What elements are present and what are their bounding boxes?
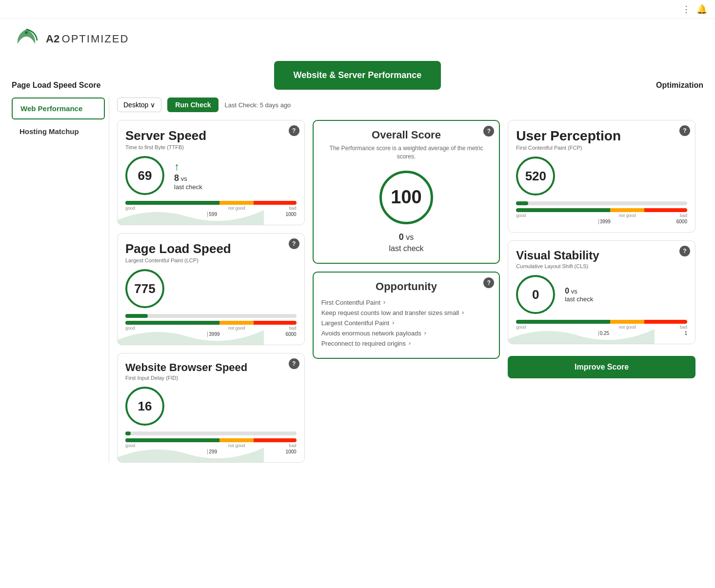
browser-speed-range: good not good bad 299 1000 bbox=[125, 438, 297, 454]
server-speed-title: Server Speed bbox=[125, 128, 297, 143]
server-speed-card: ? Server Speed Time to first Byte (TTFB)… bbox=[117, 120, 305, 225]
opp-arrow-4: › bbox=[409, 340, 411, 347]
opp-item-2[interactable]: Largest Contentful Paint › bbox=[321, 319, 492, 327]
server-speed-score: 69 bbox=[125, 156, 164, 195]
overall-vs-info: 0 vs bbox=[321, 232, 492, 242]
visual-stability-score: 0 bbox=[516, 275, 555, 314]
page-load-title: Page Load Speed bbox=[125, 241, 297, 256]
bell-icon[interactable]: 🔔 bbox=[696, 4, 707, 15]
toolbar: Desktop ∨ Run Check Last Check: 5 days a… bbox=[117, 98, 695, 112]
header-page-load-label: Page Load Speed Score bbox=[12, 81, 100, 90]
sidebar: Web Performance Hosting Matchup bbox=[12, 98, 109, 463]
opportunity-help-icon[interactable]: ? bbox=[483, 277, 494, 288]
user-perception-title: User Perception bbox=[516, 128, 687, 144]
overall-score-desc: The Performance score is a weighted aver… bbox=[321, 144, 492, 161]
header-optimization-label: Optimization bbox=[656, 81, 703, 90]
page-load-range: good not good bad 3999 6000 bbox=[125, 321, 297, 337]
browser-speed-score: 16 bbox=[125, 387, 164, 426]
visual-stability-title: Visual Stability bbox=[516, 249, 687, 262]
svg-point-0 bbox=[25, 31, 28, 34]
server-speed-bar: good not good bad 599 1000 bbox=[125, 201, 297, 217]
opportunity-items-list: First Contentful Paint › Keep request co… bbox=[321, 299, 492, 347]
right-col: ? User Perception First Contentful Paint… bbox=[508, 120, 695, 378]
logo-svg bbox=[12, 27, 41, 51]
opp-arrow-1: › bbox=[462, 309, 464, 316]
visual-stability-card: ? Visual Stability Cumulative Layout Shi… bbox=[508, 240, 695, 344]
browser-speed-help-icon[interactable]: ? bbox=[289, 358, 299, 369]
opp-arrow-3: › bbox=[424, 330, 426, 336]
visual-stability-vs-info: 0 vs last check bbox=[565, 287, 593, 303]
user-perception-subtitle: First Contentful Paint (FCP) bbox=[516, 145, 687, 151]
opp-item-3[interactable]: Avoids enormous network payloads › bbox=[321, 330, 492, 337]
user-perception-help-icon[interactable]: ? bbox=[679, 125, 690, 136]
user-perception-card: ? User Perception First Contentful Paint… bbox=[508, 120, 695, 233]
browser-speed-bar bbox=[125, 431, 297, 435]
main-header: Page Load Speed Score Website & Server P… bbox=[0, 55, 715, 90]
user-perception-range: good not good bad 3999 6000 bbox=[516, 208, 687, 224]
left-col: ? Server Speed Time to first Byte (TTFB)… bbox=[117, 120, 305, 463]
page-load-speed-card: ? Page Load Speed Largest Contentful Pai… bbox=[117, 233, 305, 345]
header-center-button[interactable]: Website & Server Performance bbox=[274, 61, 441, 90]
more-icon[interactable]: ⋮ bbox=[682, 4, 691, 15]
run-check-button[interactable]: Run Check bbox=[167, 98, 218, 112]
top-bar: ⋮ 🔔 bbox=[0, 0, 715, 19]
content-area: Web Performance Hosting Matchup Desktop … bbox=[0, 90, 715, 470]
overall-help-icon[interactable]: ? bbox=[483, 126, 494, 137]
overall-score-value: 100 bbox=[379, 171, 433, 224]
visual-stability-subtitle: Cumulative Layout Shift (CLS) bbox=[516, 263, 687, 269]
desktop-dropdown[interactable]: Desktop ∨ bbox=[117, 98, 161, 112]
page-load-bar bbox=[125, 314, 297, 318]
logo-area: A2 OPTIMIZED bbox=[0, 19, 715, 55]
opportunity-title: Opportunity bbox=[321, 280, 492, 293]
opportunity-card: ? Opportunity First Contentful Paint › K… bbox=[313, 272, 500, 359]
opp-item-4[interactable]: Preconnect to required origins › bbox=[321, 340, 492, 347]
logo-text: A2 OPTIMIZED bbox=[46, 33, 129, 45]
browser-speed-title: Website Browser Speed bbox=[125, 361, 297, 374]
visual-stability-help-icon[interactable]: ? bbox=[679, 246, 690, 256]
opp-item-0[interactable]: First Contentful Paint › bbox=[321, 299, 492, 306]
user-perception-score-row: 520 bbox=[516, 157, 687, 196]
opp-arrow-2: › bbox=[392, 319, 394, 326]
improve-score-button[interactable]: Improve Score bbox=[508, 356, 695, 378]
page-load-subtitle: Largest Contentful Paint (LCP) bbox=[125, 257, 297, 263]
user-perception-score: 520 bbox=[516, 157, 555, 196]
overall-score-card: ? Overall Score The Performance score is… bbox=[313, 120, 500, 264]
page-load-help-icon[interactable]: ? bbox=[289, 238, 299, 249]
browser-speed-subtitle: First Input Delay (FID) bbox=[125, 375, 297, 381]
cards-grid: ? Server Speed Time to first Byte (TTFB)… bbox=[117, 120, 695, 463]
opp-arrow-0: › bbox=[383, 299, 385, 306]
website-browser-speed-card: ? Website Browser Speed First Input Dela… bbox=[117, 353, 305, 463]
server-speed-up-arrow: ↑ bbox=[174, 160, 202, 173]
server-speed-vs-info: ↑ 8 vs last check bbox=[174, 160, 202, 191]
server-speed-score-row: 69 ↑ 8 vs last check bbox=[125, 156, 297, 195]
last-check-label: Last Check: 5 days ago bbox=[224, 101, 291, 109]
main-content: Desktop ∨ Run Check Last Check: 5 days a… bbox=[109, 98, 703, 463]
top-bar-icons: ⋮ 🔔 bbox=[682, 4, 707, 15]
visual-stability-range: good not good bad 0.25 1 bbox=[516, 320, 687, 336]
chevron-down-icon: ∨ bbox=[150, 101, 155, 109]
server-speed-subtitle: Time to first Byte (TTFB) bbox=[125, 144, 297, 150]
center-col: ? Overall Score The Performance score is… bbox=[313, 120, 500, 359]
overall-score-title: Overall Score bbox=[321, 129, 492, 141]
user-perception-progress bbox=[516, 201, 687, 205]
opp-item-1[interactable]: Keep request counts low and transfer siz… bbox=[321, 309, 492, 316]
server-speed-help-icon[interactable]: ? bbox=[289, 125, 299, 136]
sidebar-item-web-performance[interactable]: Web Performance bbox=[12, 98, 105, 119]
sidebar-item-hosting-matchup[interactable]: Hosting Matchup bbox=[12, 121, 105, 141]
page-load-score: 775 bbox=[125, 269, 164, 308]
visual-stability-score-row: 0 0 vs last check bbox=[516, 275, 687, 314]
